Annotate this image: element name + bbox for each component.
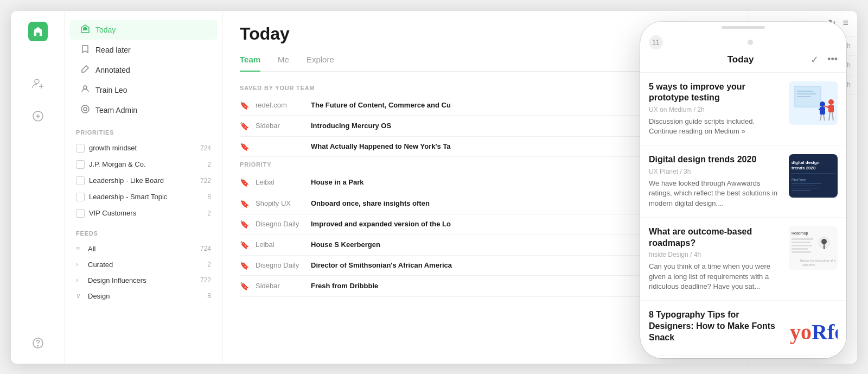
- article-title[interactable]: Fresh from Dribbble: [311, 282, 697, 290]
- priority-checkbox: [76, 160, 85, 169]
- priority-checkbox: [76, 144, 85, 153]
- feed-label: All: [88, 245, 196, 253]
- svg-rect-35: [792, 173, 835, 174]
- article-source: redef.com: [256, 101, 304, 109]
- nav-item-today[interactable]: Today: [69, 20, 218, 40]
- priority-count: 724: [200, 144, 211, 152]
- annotate-icon: [80, 65, 90, 75]
- train-leo-icon: [80, 85, 90, 96]
- tab-team[interactable]: Team: [240, 55, 260, 72]
- tab-explore[interactable]: Explore: [307, 55, 334, 72]
- svg-rect-37: [792, 183, 821, 184]
- svg-rect-26: [828, 105, 834, 112]
- phone-article-4[interactable]: 8 Typography Tips for Designers: How to …: [640, 301, 846, 356]
- priority-vip-customers[interactable]: VIP Customers 2: [65, 205, 222, 221]
- article-source: Leibal: [256, 178, 304, 186]
- nav-item-read-later[interactable]: Read later: [69, 40, 218, 60]
- phone-article-thumb: digital design trends 2020 ProForm: [789, 154, 838, 198]
- article-source: Disegno Daily: [256, 220, 304, 228]
- priority-jpmorgan[interactable]: J.P. Morgan & Co. 2: [65, 156, 222, 173]
- phone-camera: [748, 40, 753, 45]
- nav-item-team-admin[interactable]: Team Admin: [69, 100, 218, 120]
- bookmark-icon[interactable]: 🔖: [240, 282, 249, 290]
- svg-marker-9: [83, 27, 87, 30]
- phone-mockup-wrapper: 11 Today ✓ ••• 5 ways to improve your pr…: [640, 22, 857, 364]
- today-label: Today: [95, 26, 116, 34]
- feed-design[interactable]: ∨ Design 8: [65, 288, 222, 304]
- svg-text:yo: yo: [790, 320, 812, 344]
- add-icon[interactable]: [28, 106, 48, 126]
- phone-more-icon[interactable]: •••: [827, 54, 838, 66]
- svg-text:3months: 3months: [802, 263, 815, 267]
- feed-list-icon: ≡: [76, 245, 84, 252]
- svg-text:Tactics for execution of a: Tactics for execution of a: [800, 259, 836, 262]
- today-icon: [80, 24, 90, 35]
- priority-count: 722: [200, 177, 211, 185]
- feed-chevron-icon: ›: [76, 261, 84, 268]
- bookmark-icon[interactable]: 🔖: [240, 220, 249, 229]
- phone-notch: [722, 26, 765, 29]
- feed-chevron-icon: ›: [76, 276, 84, 284]
- phone-article-title: 8 Typography Tips for Designers: How to …: [649, 309, 782, 343]
- bookmark-icon[interactable]: 🔖: [240, 261, 249, 270]
- train-leo-label: Train Leo: [95, 86, 127, 94]
- svg-point-7: [37, 345, 39, 346]
- phone-article-meta: Inside Design / 4h: [649, 251, 782, 258]
- left-nav-panel: Today Read later Annotated: [65, 11, 222, 364]
- add-person-icon[interactable]: [28, 74, 48, 93]
- feed-expand-icon: ∨: [76, 292, 84, 300]
- nav-item-train-leo[interactable]: Train Leo: [69, 80, 218, 100]
- article-source-text: UX Planet: [649, 168, 678, 175]
- article-title[interactable]: House in a Park: [311, 178, 697, 186]
- article-separator: /: [690, 251, 694, 258]
- article-title[interactable]: House S Keerbergen: [311, 240, 697, 249]
- priority-leadership-smart[interactable]: Leadership - Smart Topic 8: [65, 189, 222, 205]
- priority-label: growth mindset: [89, 144, 196, 152]
- bookmark-icon[interactable]: 🔖: [240, 178, 249, 187]
- priority-count: 2: [207, 210, 211, 217]
- bookmark-icon[interactable]: 🔖: [240, 122, 249, 130]
- article-title[interactable]: Introducing Mercury OS: [311, 122, 655, 130]
- phone-article-1[interactable]: 5 ways to improve your prototype testing…: [640, 73, 846, 146]
- nav-item-annotated[interactable]: Annotated: [69, 60, 218, 80]
- svg-rect-48: [792, 245, 812, 246]
- feed-all[interactable]: ≡ All 724: [65, 241, 222, 257]
- svg-rect-47: [792, 242, 810, 243]
- app-logo[interactable]: [28, 22, 48, 41]
- article-source: Leibal: [256, 240, 304, 249]
- tab-me[interactable]: Me: [278, 55, 289, 72]
- bookmark-icon[interactable]: 🔖: [240, 199, 249, 208]
- phone-article-2[interactable]: Digital design trends 2020 UX Planet / 3…: [640, 145, 846, 217]
- svg-text:ProForm: ProForm: [792, 178, 806, 182]
- team-admin-label: Team Admin: [95, 106, 137, 115]
- feed-design-influencers[interactable]: › Design Influencers 722: [65, 272, 222, 288]
- feed-count: 8: [207, 292, 211, 300]
- phone-article-desc: Discussion guide scripts included. Conti…: [649, 117, 782, 136]
- phone-article-meta: UX on Medium / 2h: [649, 106, 782, 113]
- phone-article-desc: Can you think of a time when you were gi…: [649, 262, 782, 291]
- feed-label: Curated: [88, 261, 203, 269]
- read-later-label: Read later: [95, 46, 131, 54]
- svg-rect-39: [792, 188, 819, 188]
- priority-growth-mindset[interactable]: growth mindset 724: [65, 140, 222, 156]
- phone-article-content: Digital design trends 2020 UX Planet / 3…: [649, 154, 782, 208]
- app-container: Today Read later Annotated: [11, 11, 857, 364]
- bookmark-icon[interactable]: 🔖: [240, 101, 249, 110]
- phone-check-icon[interactable]: ✓: [810, 54, 819, 66]
- svg-rect-20: [820, 107, 825, 115]
- bookmark-icon[interactable]: 🔖: [240, 240, 249, 249]
- priority-label: VIP Customers: [89, 209, 203, 217]
- phone-notch-bar: [640, 22, 846, 33]
- phone-article-meta: UX Planet / 3h: [649, 168, 782, 175]
- feed-curated[interactable]: › Curated 2: [65, 257, 222, 272]
- help-icon[interactable]: [28, 333, 48, 353]
- svg-point-10: [84, 86, 87, 89]
- article-time: 2h: [697, 106, 704, 113]
- phone-status-count: 11: [649, 35, 663, 49]
- bookmark-icon[interactable]: 🔖: [240, 142, 249, 151]
- priority-count: 2: [207, 161, 211, 168]
- feed-label: Design: [88, 292, 203, 300]
- article-source: Shopify UX: [256, 199, 304, 207]
- priority-leadership-like[interactable]: Leadership - Like Board 722: [65, 173, 222, 189]
- phone-article-3[interactable]: What are outcome-based roadmaps? Inside …: [640, 218, 846, 301]
